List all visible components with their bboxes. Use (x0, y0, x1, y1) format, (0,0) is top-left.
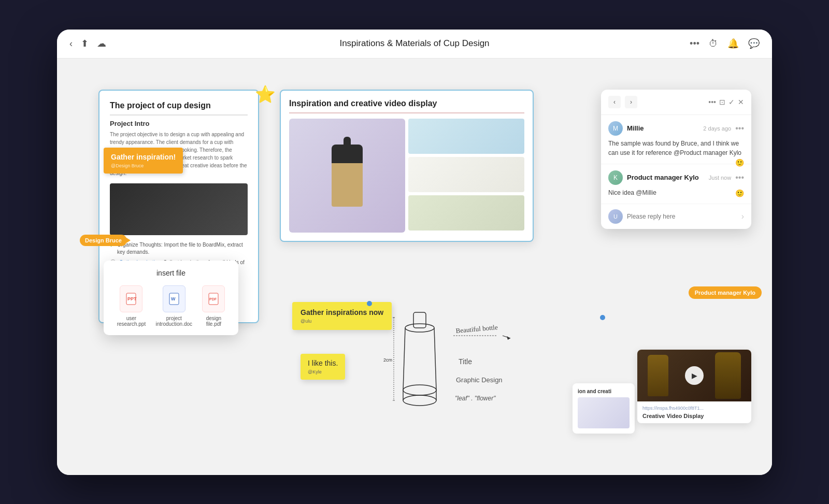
design-bruce-text: Design Bruce (85, 237, 122, 243)
video-url: https://inspa.fhs4900c0f8T1... (642, 406, 746, 411)
ppt-name: userresearch.ppt (117, 315, 146, 327)
reply-area: U › (601, 204, 751, 229)
comment-millie-text: The sample was found by Bruce, and I thi… (608, 139, 744, 157)
svg-point-12 (403, 395, 436, 406)
insert-file-title: insert file (112, 269, 230, 277)
star-decoration: ⭐ (255, 84, 276, 104)
partial-visible-card: ion and creati (573, 383, 635, 434)
video-thumbnail: ▶ (637, 350, 751, 401)
comment-kylo: K Product manager Kylo Just now ••• Nice… (601, 164, 751, 204)
svg-point-9 (403, 385, 436, 395)
comment-expand-btn[interactable]: ⊡ (719, 98, 725, 106)
doc-card-title: The project of cup design (110, 101, 248, 116)
notifications-icon[interactable]: 🔔 (727, 38, 739, 49)
more-icon[interactable]: ••• (690, 38, 699, 49)
comment-kylo-more-btn[interactable]: ••• (735, 173, 744, 182)
comment-kylo-time: Just now (709, 175, 731, 181)
avatar-kylo: K (608, 170, 623, 185)
play-button[interactable]: ▶ (685, 366, 704, 385)
partial-card-title: ion and creati (578, 388, 630, 394)
comment-next-btn[interactable]: › (625, 96, 637, 108)
svg-line-8 (434, 328, 436, 390)
sticky-yellow-text: Gather inspirations now (301, 308, 383, 316)
doc-section-title: Project Intro (110, 120, 248, 127)
checklist-item-1: ✓ Organize Thoughts: Import the file to … (110, 241, 248, 256)
sticky-yellow-attribution: @ulu (301, 319, 383, 324)
cloud-icon[interactable]: ☁ (97, 38, 106, 49)
comment-panel-header: ‹ › ••• ⊡ ✓ ✕ (601, 90, 751, 115)
canvas: ⭐ The project of cup design Project Intr… (57, 59, 772, 475)
pdf-name: designfile.pdf (206, 315, 221, 327)
inspo-minimal-img (408, 157, 524, 192)
comment-millie-emoji[interactable]: 🙂 (735, 157, 744, 168)
timer-icon[interactable]: ⏱ (709, 38, 718, 49)
comment-kylo-emoji[interactable]: 🙂 (735, 188, 744, 199)
header-left: ‹ ⬆ ☁ (69, 38, 106, 49)
back-icon[interactable]: ‹ (69, 38, 73, 49)
file-item-pdf[interactable]: PDF designfile.pdf (202, 285, 225, 327)
sticky-i-like: I like this. @Kyle (301, 354, 345, 380)
inspo-water-img (408, 119, 524, 154)
pm-kylo-label-text: Product manager Kylo (695, 290, 755, 296)
connector-dot-1 (367, 301, 372, 306)
svg-text:Graphic Design: Graphic Design (456, 376, 503, 384)
pdf-icon: PDF (202, 285, 225, 312)
comment-panel: ‹ › ••• ⊡ ✓ ✕ M Millie 2 days ago ••• (601, 90, 751, 229)
inspo-card: Inspiration and creative video display (280, 90, 534, 242)
comment-millie: M Millie 2 days ago ••• The sample was f… (601, 115, 751, 164)
cosmetics-bottle-img (332, 145, 363, 207)
comment-check-btn[interactable]: ✓ (728, 98, 735, 106)
insert-file-items: PPT userresearch.ppt W projectintroducti… (112, 285, 230, 327)
sticky-i-like-text: I like this. (308, 359, 338, 367)
inspo-bathroom-img (408, 195, 524, 231)
file-item-word[interactable]: W projectintroduction.doc (155, 285, 192, 327)
comment-close-btn[interactable]: ✕ (738, 98, 744, 106)
partial-card-img (578, 397, 630, 428)
header-right: ••• ⏱ 🔔 💬 (690, 38, 760, 49)
comment-more-btn[interactable]: ••• (708, 98, 716, 106)
avatar-millie: M (608, 121, 623, 136)
inspo-side-grid (408, 119, 524, 233)
word-name: projectintroduction.doc (155, 315, 192, 327)
reply-input[interactable] (627, 213, 737, 220)
file-item-ppt[interactable]: PPT userresearch.ppt (117, 285, 146, 327)
sticky-orange-attribution: @Design Bruce (111, 163, 176, 168)
video-card: ▶ https://inspa.fhs4900c0f8T1... Creativ… (637, 350, 751, 423)
connector-dot-2 (600, 315, 605, 320)
reply-send-btn[interactable]: › (741, 212, 744, 221)
sticky-gather-inspiration: Gather inspiration! @Design Bruce (104, 148, 183, 174)
comment-kylo-author: Product manager Kylo (627, 174, 699, 181)
chat-icon[interactable]: 💬 (748, 38, 760, 49)
pm-kylo-floating-label: Product manager Kylo (689, 286, 762, 299)
video-title: Creative Video Display (642, 413, 746, 419)
svg-rect-13 (413, 312, 426, 328)
header: ‹ ⬆ ☁ Inspirations & Materials of Cup De… (57, 30, 772, 59)
svg-marker-20 (507, 336, 510, 340)
video-info: https://inspa.fhs4900c0f8T1... Creative … (637, 401, 751, 423)
svg-text:"leaf" . "flower": "leaf" . "flower" (455, 395, 496, 402)
svg-text:PDF: PDF (209, 297, 217, 301)
sticky-gather-now: Gather inspirations now @ulu (292, 302, 392, 330)
comment-panel-actions: ••• ⊡ ✓ ✕ (708, 98, 744, 106)
comment-kylo-text: Nice idea @Millie 🙂 (608, 188, 744, 197)
upload-icon[interactable]: ⬆ (81, 38, 89, 49)
sketch-area: 2cm Beautiful bottle Title Graphic Desig… (378, 297, 528, 431)
svg-text:Title: Title (459, 357, 472, 366)
comment-millie-meta: M Millie 2 days ago ••• (608, 121, 744, 136)
svg-text:2cm: 2cm (383, 357, 392, 363)
sticky-i-like-attribution: @Kyle (308, 369, 338, 375)
checklist-text-1: Organize Thoughts: Import the file to Bo… (117, 241, 248, 256)
word-icon: W (163, 285, 185, 312)
avatar-reply: U (608, 209, 623, 224)
comment-millie-author: Millie (627, 124, 644, 132)
svg-text:W: W (171, 296, 176, 301)
comment-kylo-meta: K Product manager Kylo Just now ••• (608, 170, 744, 185)
insert-file-popup: insert file PPT userresearch.ppt (104, 261, 238, 335)
page-title: Inspirations & Materials of Cup Design (339, 38, 489, 49)
inspo-main-image (289, 119, 405, 233)
comment-millie-more-btn[interactable]: ••• (735, 124, 744, 133)
svg-text:PPT: PPT (127, 296, 137, 301)
design-bruce-label: Design Bruce (80, 235, 127, 246)
comment-prev-btn[interactable]: ‹ (608, 96, 621, 108)
doc-image (110, 183, 248, 235)
